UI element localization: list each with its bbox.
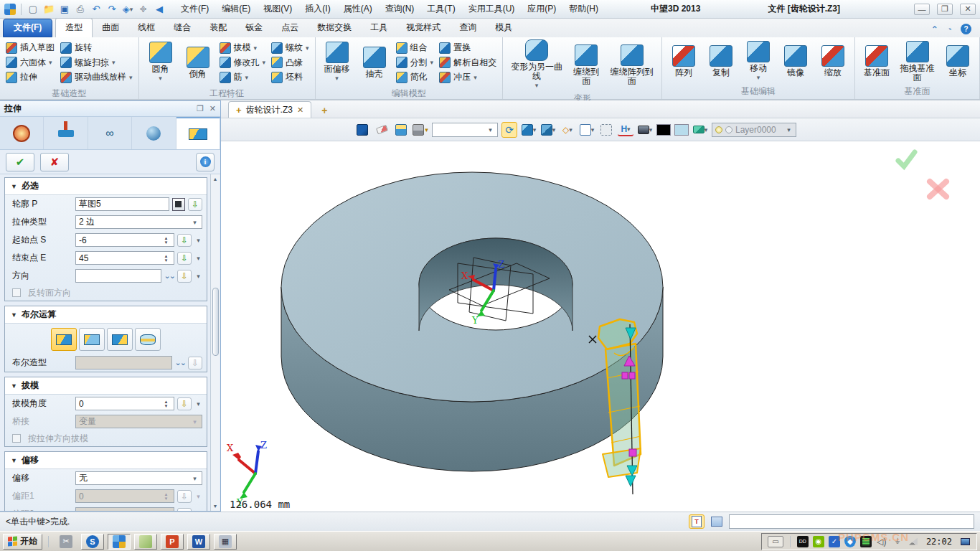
- notes-icon[interactable]: [134, 534, 157, 550]
- panel-restore-icon[interactable]: ❐: [197, 104, 204, 113]
- drag-datum-plane-button[interactable]: 拖拽基准面: [898, 41, 936, 83]
- clock[interactable]: 22:02: [923, 537, 955, 547]
- divide-button[interactable]: 分割▾: [396, 56, 434, 70]
- profile-pick-icon[interactable]: ⇩: [188, 198, 202, 211]
- boolean-base-icon[interactable]: [51, 328, 77, 351]
- revolve-button[interactable]: 旋转: [60, 41, 133, 55]
- menu-utilities[interactable]: 实用工具(U): [462, 1, 522, 17]
- menu-applications[interactable]: 应用(P): [521, 1, 562, 17]
- list-view-icon[interactable]: [709, 514, 725, 529]
- tab-pointcloud[interactable]: 点云: [272, 19, 308, 37]
- word-icon[interactable]: W: [187, 534, 210, 550]
- update-icon[interactable]: ✓: [829, 536, 840, 547]
- power-icon[interactable]: ⏚: [892, 536, 903, 547]
- rib-button[interactable]: 筋▾: [220, 70, 266, 84]
- blue-color-swatch[interactable]: [674, 124, 689, 136]
- menu-edit[interactable]: 编辑(E): [215, 1, 257, 17]
- start-pick-icon[interactable]: ⇩: [177, 234, 192, 247]
- shaded-view-icon[interactable]: ▾: [521, 122, 537, 138]
- fillet-button[interactable]: 圆角▾: [145, 42, 176, 83]
- boolean-intersect-icon[interactable]: [135, 328, 161, 351]
- copy-button[interactable]: 复制: [705, 45, 737, 77]
- help-icon[interactable]: ?: [961, 24, 971, 34]
- section-boolean-header[interactable]: ▼布尔运算: [5, 306, 207, 324]
- glasses-tab-icon[interactable]: ∞: [88, 117, 132, 149]
- menu-insert[interactable]: 插入(I): [298, 1, 336, 17]
- tab-visualstyle[interactable]: 视觉样式: [397, 19, 450, 37]
- section-draft-header[interactable]: ▼拔模: [5, 377, 207, 395]
- menu-tools[interactable]: 工具(T): [420, 1, 461, 17]
- file-tab-button[interactable]: 文件(F): [3, 19, 52, 37]
- spin-view-icon[interactable]: ⟳: [501, 122, 517, 138]
- start-input[interactable]: -6▲▼: [75, 233, 174, 247]
- modify-hole-button[interactable]: 修改孔▾: [220, 56, 266, 70]
- menu-attributes[interactable]: 属性(A): [337, 1, 379, 17]
- menu-help[interactable]: 帮助(H): [562, 1, 605, 17]
- extrude-button[interactable]: 拉伸: [6, 70, 55, 84]
- csys-button[interactable]: 坐标: [942, 45, 974, 77]
- spiral-sweep-button[interactable]: 螺旋扫掠▾: [60, 56, 133, 70]
- mirror-button[interactable]: 镜像: [780, 45, 811, 77]
- draft-dropdown-icon[interactable]: ▾: [194, 400, 202, 408]
- tab-sheetmetal[interactable]: 钣金: [236, 19, 272, 37]
- lip-button[interactable]: 凸缘: [271, 56, 309, 70]
- menu-file[interactable]: 文件(F): [174, 1, 215, 17]
- tab-shape[interactable]: 造型: [55, 18, 93, 37]
- cancel-button[interactable]: ✘: [40, 153, 69, 171]
- direction-pick-icon[interactable]: ⇩: [177, 270, 192, 283]
- dolby-icon[interactable]: DD: [797, 536, 809, 547]
- end-pick-icon[interactable]: ⇩: [177, 252, 192, 265]
- viewport-3d[interactable]: X Z Y: [221, 141, 980, 512]
- redo-icon[interactable]: ↷: [105, 3, 118, 16]
- open-file-icon[interactable]: 📁: [42, 3, 55, 16]
- document-tab-close-icon[interactable]: ✕: [297, 105, 303, 115]
- keyboard-icon[interactable]: ▭: [768, 536, 783, 547]
- section-offset-header[interactable]: ▼偏移: [5, 452, 207, 469]
- rotate-gizmo-icon[interactable]: ◈▾: [121, 3, 134, 16]
- info-button[interactable]: i: [196, 153, 215, 171]
- collapse-left-icon[interactable]: ◀: [153, 3, 166, 16]
- menu-view[interactable]: 视图(V): [257, 1, 298, 17]
- thread-button[interactable]: 螺纹▾: [271, 41, 309, 55]
- undo-icon[interactable]: ↶: [90, 3, 103, 16]
- driven-curve-loft-button[interactable]: 驱动曲线放样▾: [60, 70, 133, 84]
- save-icon[interactable]: ▣: [58, 3, 71, 16]
- datum-display-icon[interactable]: [393, 122, 409, 138]
- tab-wireframe[interactable]: 线框: [128, 19, 164, 37]
- status-input[interactable]: [729, 514, 974, 529]
- wrap-pattern-to-face-button[interactable]: 缠绕阵列到面: [608, 44, 656, 86]
- combine-button[interactable]: 组合: [396, 41, 434, 55]
- scale-button[interactable]: 缩放: [817, 45, 849, 77]
- nvidia-icon[interactable]: ◉: [813, 536, 824, 547]
- gauge-tab-icon[interactable]: [0, 117, 44, 149]
- replace-button[interactable]: 置换: [439, 41, 496, 55]
- zoom-page-icon[interactable]: ▾: [579, 122, 595, 138]
- calculator-icon[interactable]: ▦: [214, 534, 237, 550]
- boolean-remove-icon[interactable]: [107, 328, 133, 351]
- draft-angle-input[interactable]: 0▲▼: [75, 397, 174, 410]
- extrude-tab-icon[interactable]: [176, 117, 220, 149]
- datum-plane-button[interactable]: 基准面: [861, 45, 892, 77]
- style-icon[interactable]: ◔: [947, 24, 952, 34]
- start-button[interactable]: 开始: [3, 534, 42, 550]
- direction-expand-icon[interactable]: ⌄⌄: [164, 271, 174, 281]
- wireframe-view-icon[interactable]: ◇▾: [560, 122, 575, 138]
- draft-button[interactable]: 拔模▾: [220, 41, 266, 55]
- offset-select[interactable]: 无▾: [75, 471, 202, 485]
- extrude-type-select[interactable]: 2 边▾: [75, 215, 202, 229]
- new-file-icon[interactable]: ▢: [27, 3, 39, 16]
- tab-assembly[interactable]: 装配: [200, 19, 236, 37]
- joystick-tab-icon[interactable]: [44, 117, 88, 149]
- network-icon[interactable]: [908, 536, 919, 547]
- scale-icon[interactable]: [598, 122, 614, 138]
- print-icon[interactable]: ⎙: [74, 3, 87, 16]
- resolve-selfintersect-button[interactable]: 解析自相交: [439, 56, 496, 70]
- sphere-tab-icon[interactable]: [132, 117, 176, 149]
- insert-sketch-button[interactable]: 插入草图: [6, 41, 55, 55]
- direction-input[interactable]: [75, 269, 161, 283]
- tab-heal[interactable]: 缝合: [164, 19, 200, 37]
- profile-copy-icon[interactable]: [172, 198, 185, 211]
- shell-button[interactable]: 抽壳: [359, 47, 390, 79]
- dimension-icon[interactable]: H▾: [618, 123, 633, 136]
- simplify-button[interactable]: 简化: [396, 70, 434, 84]
